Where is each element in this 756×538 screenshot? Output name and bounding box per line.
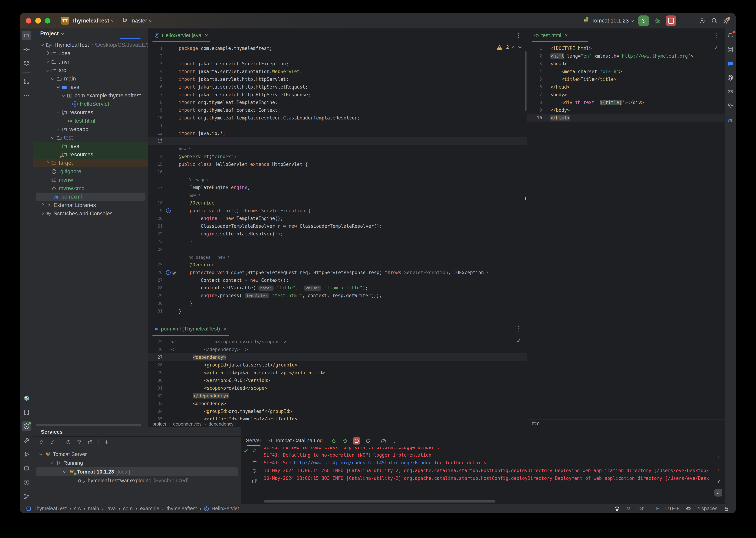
breadcrumb-item[interactable]: src <box>74 506 81 511</box>
project-tool-window-icon[interactable] <box>22 30 31 40</box>
chevron-down-icon[interactable] <box>46 68 49 71</box>
code-line-33[interactable]: 33 <dependency> <box>148 400 527 407</box>
rerun-server-icon[interactable] <box>331 438 337 444</box>
pom-editor[interactable]: ✓ 25<!-- <scope>provided</scope>-->26<!-… <box>148 336 527 420</box>
code-line-26[interactable]: 26↑@ protected void doGet(HttpServletReq… <box>148 269 527 276</box>
tree-item-external-libraries[interactable]: External Libraries <box>33 201 148 209</box>
code-line-25[interactable]: 25<!-- <scope>provided</scope>--> <box>148 338 527 346</box>
tree-item--mvn[interactable]: .mvn <box>33 58 148 66</box>
code-line-35[interactable]: 35 <artifactId>thymeleaf</artifactId> <box>148 415 527 420</box>
more-actions-menu[interactable]: ⋮ <box>681 18 689 24</box>
close-window-button[interactable] <box>26 18 31 24</box>
github-copilot-icon[interactable] <box>726 87 735 97</box>
override-gutter-icon[interactable]: ↑ <box>166 270 171 275</box>
code-line-2[interactable]: 2 <box>148 52 527 60</box>
chevron-down-icon[interactable] <box>51 135 54 139</box>
code-line-31[interactable]: 31} <box>148 307 527 315</box>
commit-tool-window-icon[interactable] <box>22 45 31 54</box>
branch-widget[interactable]: master <box>122 18 152 24</box>
code-line-9[interactable]: 9import org.thymeleaf.context.Context; <box>148 106 527 114</box>
code-line-31[interactable]: 31 <scope>provided</scope> <box>148 384 527 392</box>
code-line-29[interactable]: 29 <artifactId>jakarta.servlet-api</arti… <box>148 369 527 377</box>
minimize-window-button[interactable] <box>35 18 41 24</box>
chevron-down-icon[interactable] <box>56 110 60 114</box>
chevron-down-icon[interactable] <box>50 461 53 464</box>
chevron-right-icon[interactable] <box>56 127 60 131</box>
plugin-tool-window-icon[interactable] <box>22 393 31 403</box>
line-ending[interactable]: LF <box>653 506 659 511</box>
maven-icon[interactable]: m <box>726 115 735 125</box>
search-everywhere-icon[interactable] <box>711 17 718 24</box>
java-editor[interactable]: 2 1package com.example.thymeleaftest;23i… <box>148 42 527 322</box>
next-problem-icon[interactable] <box>518 45 521 48</box>
code-line-23[interactable]: 23 } <box>148 238 527 245</box>
chevron-down-icon[interactable] <box>51 77 54 80</box>
code-line-12[interactable]: 12import java.io.*; <box>148 130 527 137</box>
group-by-icon[interactable] <box>66 439 71 445</box>
tree-item--gitignore[interactable]: .gitignore <box>33 167 148 176</box>
tab-test-html[interactable]: <> test.html × <box>532 28 570 42</box>
tree-item-test-html[interactable]: <>test.html <box>33 117 148 125</box>
project-widget[interactable]: TT ThymeleafTest <box>61 17 114 25</box>
tab-pom-xml[interactable]: m pom.xml (ThymeleafTest) × <box>152 322 229 336</box>
chevron-down-icon[interactable] <box>62 93 65 97</box>
chevron-down-icon[interactable] <box>63 470 66 473</box>
tree-item-helloservlet[interactable]: CHelloServlet <box>33 100 148 108</box>
console-log[interactable]: ✓ SLF4J: Failed to load class "org.slf4j… <box>241 447 725 504</box>
tree-item-main[interactable]: main <box>33 75 148 83</box>
code-line-3[interactable]: 3<head> <box>527 60 725 68</box>
code-line-4[interactable]: 4 <meta charset="UTF-8"> <box>527 68 725 76</box>
filter-icon[interactable] <box>714 478 722 485</box>
code-line-4[interactable]: 4import jakarta.servlet.annotation.WebSe… <box>148 68 527 76</box>
breadcrumb-item[interactable]: html <box>532 421 541 426</box>
tab-server[interactable]: Server <box>246 438 261 445</box>
scroll-to-end-icon[interactable] <box>714 489 722 497</box>
horizontal-scrollbar[interactable] <box>36 424 141 426</box>
code-line-27[interactable]: 27 Context context = new Context(); <box>148 276 527 284</box>
code-line-25[interactable]: 25 @Override <box>148 261 527 269</box>
openai-icon[interactable] <box>614 506 620 511</box>
tree-item-thymeleaftest[interactable]: ThymeleafTest~/Desktop/CS/JavaEE/1 Ja <box>33 41 148 49</box>
terminal-tool-window-icon[interactable] <box>22 463 31 473</box>
sync-icon[interactable] <box>252 448 257 453</box>
code-with-me-icon[interactable] <box>699 17 706 24</box>
breadcrumb-item[interactable]: project <box>152 421 166 427</box>
tree-item-scratches-and-consoles[interactable]: Scratches and Consoles <box>33 209 148 218</box>
code-line-7[interactable]: 7import jakarta.servlet.http.HttpServlet… <box>148 91 527 99</box>
maximize-window-button[interactable] <box>45 18 50 24</box>
scroll-up-icon[interactable]: ↑ <box>714 454 722 461</box>
code-line-30[interactable]: 30 <version>6.0.0</version> <box>148 377 527 384</box>
override-gutter-icon[interactable]: ↑ <box>166 208 171 213</box>
scroll-down-icon[interactable]: ↓ <box>714 465 722 473</box>
inlay-hint-line[interactable]: new * <box>148 191 527 199</box>
breadcrumb-item[interactable]: com <box>123 506 133 511</box>
breadcrumb-item[interactable]: HelloServlet <box>212 506 239 511</box>
encoding[interactable]: UTF-8 <box>665 506 680 511</box>
indent-setting[interactable]: 4 spaces <box>697 506 718 511</box>
tree-item-webapp[interactable]: webapp <box>33 125 148 134</box>
html-editor[interactable]: ✓ 1<!DOCTYPE html>2<html lang="en" xmlns… <box>527 42 725 419</box>
add-service-icon[interactable] <box>104 439 109 445</box>
html-breadcrumbs[interactable]: html <box>527 419 725 427</box>
code-line-3[interactable]: 3import jakarta.servlet.ServletException… <box>148 60 527 68</box>
tree-item-resources[interactable]: ◆▸resources <box>33 150 148 159</box>
code-line-19[interactable]: 19↑ public void init() throws ServletExc… <box>148 207 527 215</box>
code-line-14[interactable]: 14@WebServlet("/index") <box>148 153 527 160</box>
expand-all-icon[interactable] <box>38 439 44 445</box>
more-tool-windows-icon[interactable] <box>22 90 31 100</box>
chevron-down-icon[interactable] <box>41 43 44 46</box>
code-line-16[interactable]: 16 <box>148 168 527 176</box>
code-line-20[interactable]: 20 engine = new TemplateEngine(); <box>148 215 527 222</box>
rerun-button[interactable] <box>638 16 649 26</box>
service-tomcat-10-1-23[interactable]: ▶Tomcat 10.1.23[local] <box>36 467 238 476</box>
problems-tool-window-icon[interactable] <box>22 478 31 487</box>
code-line-1[interactable]: 1package com.example.thymeleaftest; <box>148 44 527 52</box>
tree-item-mvnw[interactable]: mvnw <box>33 176 148 184</box>
close-icon[interactable]: × <box>223 326 227 332</box>
editor-options-menu[interactable]: ⋮ <box>712 32 720 38</box>
caret-position[interactable]: 13:1 <box>637 506 647 511</box>
collapse-all-icon[interactable] <box>49 439 55 445</box>
stop-button[interactable] <box>666 16 676 26</box>
chevron-down-icon[interactable] <box>56 85 60 88</box>
code-line-13[interactable]: 13 <box>148 137 527 145</box>
